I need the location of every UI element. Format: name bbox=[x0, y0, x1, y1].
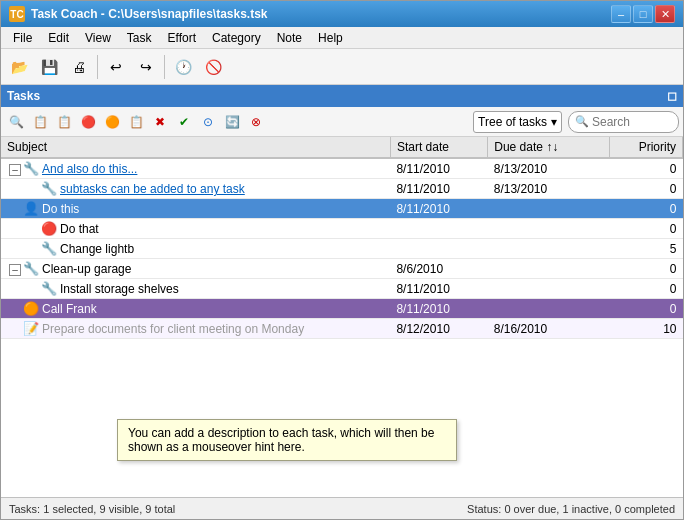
cell-priority: 0 bbox=[609, 158, 682, 179]
table-row[interactable]: 🔧Install storage shelves 8/11/2010 0 bbox=[1, 279, 683, 299]
collapse-icon[interactable]: – bbox=[9, 164, 21, 176]
tasks-tb-btn-1[interactable]: 🔍 bbox=[5, 111, 27, 133]
window-controls: – □ ✕ bbox=[611, 5, 675, 23]
tasks-tb-btn-check[interactable]: ✔ bbox=[173, 111, 195, 133]
view-dropdown-label: Tree of tasks bbox=[478, 115, 547, 129]
toolbar-separator-2 bbox=[164, 55, 165, 79]
print-button[interactable]: 🖨 bbox=[65, 53, 93, 81]
menu-bar: File Edit View Task Effort Category Note… bbox=[1, 27, 683, 49]
col-header-start[interactable]: Start date bbox=[390, 137, 487, 158]
maximize-button[interactable]: □ bbox=[633, 5, 653, 23]
cell-priority: 5 bbox=[609, 239, 682, 259]
search-icon: 🔍 bbox=[575, 115, 589, 128]
tasks-tb-btn-2[interactable]: 📋 bbox=[29, 111, 51, 133]
cell-subject: 📝Prepare documents for client meeting on… bbox=[1, 319, 390, 339]
cell-priority: 0 bbox=[609, 179, 682, 199]
subject-text: Clean-up garage bbox=[42, 262, 131, 276]
cell-priority: 0 bbox=[609, 259, 682, 279]
main-toolbar: 📂 💾 🖨 ↩ ↪ 🕐 🚫 bbox=[1, 49, 683, 85]
cell-priority: 0 bbox=[609, 279, 682, 299]
subject-text: Do that bbox=[60, 222, 99, 236]
cell-due bbox=[488, 279, 610, 299]
search-box: 🔍 bbox=[568, 111, 679, 133]
collapse-icon[interactable]: – bbox=[9, 264, 21, 276]
tooltip-box: You can add a description to each task, … bbox=[117, 419, 457, 461]
new-folder-button[interactable]: 📂 bbox=[5, 53, 33, 81]
cell-start: 8/11/2010 bbox=[390, 279, 487, 299]
task-table: Subject Start date Due date ↑↓ Priority … bbox=[1, 137, 683, 339]
undo-button[interactable]: ↩ bbox=[102, 53, 130, 81]
col-header-subject[interactable]: Subject bbox=[1, 137, 390, 158]
cell-due bbox=[488, 299, 610, 319]
tasks-panel-header: Tasks ◻ bbox=[1, 85, 683, 107]
table-row[interactable]: –🔧Clean-up garage 8/6/2010 0 bbox=[1, 259, 683, 279]
col-header-priority[interactable]: Priority bbox=[609, 137, 682, 158]
tasks-tb-btn-4[interactable]: 🔴 bbox=[77, 111, 99, 133]
clock-button[interactable]: 🕐 bbox=[169, 53, 197, 81]
save-button[interactable]: 💾 bbox=[35, 53, 63, 81]
cell-start: 8/11/2010 bbox=[390, 199, 487, 219]
menu-help[interactable]: Help bbox=[310, 29, 351, 46]
cell-start: 8/11/2010 bbox=[390, 179, 487, 199]
subject-text: Call Frank bbox=[42, 302, 97, 316]
tasks-tb-btn-3[interactable]: 📋 bbox=[53, 111, 75, 133]
tasks-tb-btn-6[interactable]: 📋 bbox=[125, 111, 147, 133]
cell-priority: 0 bbox=[609, 199, 682, 219]
cell-start bbox=[390, 219, 487, 239]
tasks-tb-btn-refresh[interactable]: 🔄 bbox=[221, 111, 243, 133]
tasks-label: Tasks bbox=[7, 89, 40, 103]
menu-file[interactable]: File bbox=[5, 29, 40, 46]
table-row[interactable]: –🔧And also do this... 8/11/2010 8/13/201… bbox=[1, 158, 683, 179]
stop-button[interactable]: 🚫 bbox=[199, 53, 227, 81]
cell-due: 8/16/2010 bbox=[488, 319, 610, 339]
main-window: TC Task Coach - C:\Users\snapfiles\tasks… bbox=[0, 0, 684, 520]
title-bar: TC Task Coach - C:\Users\snapfiles\tasks… bbox=[1, 1, 683, 27]
cell-priority: 10 bbox=[609, 319, 682, 339]
status-left: Tasks: 1 selected, 9 visible, 9 total bbox=[9, 503, 175, 515]
tasks-tb-btn-stop[interactable]: ⊗ bbox=[245, 111, 267, 133]
menu-category[interactable]: Category bbox=[204, 29, 269, 46]
col-header-due[interactable]: Due date ↑↓ bbox=[488, 137, 610, 158]
subject-text: Change lightb bbox=[60, 242, 134, 256]
cell-subject: 🟠Call Frank bbox=[1, 299, 390, 319]
tasks-tb-btn-5[interactable]: 🟠 bbox=[101, 111, 123, 133]
cell-subject: 👤Do this bbox=[1, 199, 390, 219]
cell-subject: –🔧Clean-up garage bbox=[1, 259, 390, 279]
search-input[interactable] bbox=[592, 115, 672, 129]
table-row[interactable]: 🔧Change lightb 5 bbox=[1, 239, 683, 259]
title-bar-left: TC Task Coach - C:\Users\snapfiles\tasks… bbox=[9, 6, 268, 22]
menu-view[interactable]: View bbox=[77, 29, 119, 46]
menu-edit[interactable]: Edit bbox=[40, 29, 77, 46]
table-row[interactable]: 🔧subtasks can be added to any task 8/11/… bbox=[1, 179, 683, 199]
window-title: Task Coach - C:\Users\snapfiles\tasks.ts… bbox=[31, 7, 268, 21]
cell-start: 8/11/2010 bbox=[390, 299, 487, 319]
close-button[interactable]: ✕ bbox=[655, 5, 675, 23]
cell-subject: 🔧Change lightb bbox=[1, 239, 390, 259]
cell-due bbox=[488, 259, 610, 279]
cell-subject: 🔴Do that bbox=[1, 219, 390, 239]
menu-note[interactable]: Note bbox=[269, 29, 310, 46]
cell-due: 8/13/2010 bbox=[488, 179, 610, 199]
status-bar: Tasks: 1 selected, 9 visible, 9 total St… bbox=[1, 497, 683, 519]
redo-button[interactable]: ↪ bbox=[132, 53, 160, 81]
tasks-tb-btn-circle[interactable]: ⊙ bbox=[197, 111, 219, 133]
cell-start: 8/6/2010 bbox=[390, 259, 487, 279]
toolbar-separator-1 bbox=[97, 55, 98, 79]
tasks-collapse-icon[interactable]: ◻ bbox=[667, 89, 677, 103]
table-row[interactable]: 👤Do this 8/11/2010 0 bbox=[1, 199, 683, 219]
view-dropdown-arrow: ▾ bbox=[551, 115, 557, 129]
cell-due bbox=[488, 199, 610, 219]
minimize-button[interactable]: – bbox=[611, 5, 631, 23]
cell-start: 8/12/2010 bbox=[390, 319, 487, 339]
tasks-tb-btn-delete[interactable]: ✖ bbox=[149, 111, 171, 133]
view-dropdown[interactable]: Tree of tasks ▾ bbox=[473, 111, 562, 133]
table-row[interactable]: 🟠Call Frank 8/11/2010 0 bbox=[1, 299, 683, 319]
subject-text: Do this bbox=[42, 202, 79, 216]
app-icon: TC bbox=[9, 6, 25, 22]
menu-effort[interactable]: Effort bbox=[160, 29, 204, 46]
subject-text: And also do this... bbox=[42, 162, 137, 176]
table-row[interactable]: 🔴Do that 0 bbox=[1, 219, 683, 239]
task-table-container: Subject Start date Due date ↑↓ Priority … bbox=[1, 137, 683, 497]
table-row[interactable]: 📝Prepare documents for client meeting on… bbox=[1, 319, 683, 339]
menu-task[interactable]: Task bbox=[119, 29, 160, 46]
